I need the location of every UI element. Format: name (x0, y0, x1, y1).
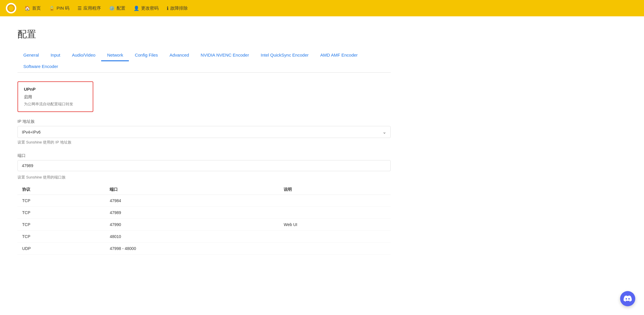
tab-network[interactable]: Network (101, 50, 129, 61)
port-section: 端口 设置 Sunshine 使用的端口族 协议 端口 说明 TCP 47984… (17, 153, 391, 255)
logo[interactable] (6, 3, 16, 13)
topbar: 🏠 首页 🔒 PIN 码 ☰ 应用程序 ⚙️ 配置 👤 更改密码 ℹ 故障排除 (0, 0, 644, 16)
tabs-row1: General Input Audio/Video Network Config… (17, 50, 391, 61)
nav-apps[interactable]: ☰ 应用程序 (78, 6, 101, 11)
info-icon: ℹ (167, 6, 169, 11)
col-port: 端口 (105, 185, 279, 195)
table-row: TCP 47984 (17, 195, 391, 207)
cell-port: 47990 (105, 219, 279, 231)
nav-pin[interactable]: 🔒 PIN 码 (49, 6, 69, 11)
ip-family-value: IPv4+IPv6 (22, 130, 382, 134)
chevron-down-icon: ⌄ (382, 129, 386, 135)
ip-family-label: IP 地址族 (17, 119, 391, 124)
upnp-value: 启用 (24, 94, 87, 100)
lock-icon: 🔒 (49, 6, 55, 11)
main-content: 配置 General Input Audio/Video Network Con… (0, 16, 408, 274)
nav-config-label: 配置 (117, 6, 125, 11)
tab-software-encoder[interactable]: Software Encoder (17, 61, 64, 73)
cell-desc: Web UI (279, 219, 391, 231)
tab-amd[interactable]: AMD AMF Encoder (314, 50, 363, 61)
nav-pin-label: PIN 码 (57, 6, 69, 11)
ip-family-desc: 设置 Sunshine 使用的 IP 地址族 (17, 140, 391, 145)
port-table: 协议 端口 说明 TCP 47984 TCP 47989 TCP 47990 W… (17, 185, 391, 255)
upnp-section: UPnP 启用 为公网串流自动配置端口转发 (17, 81, 93, 112)
menu-icon: ☰ (78, 6, 82, 11)
cell-protocol: UDP (17, 243, 105, 255)
port-input[interactable] (17, 160, 391, 171)
gear-icon: ⚙️ (109, 6, 115, 11)
tab-config-files[interactable]: Config Files (129, 50, 164, 61)
home-icon: 🏠 (24, 6, 30, 11)
cell-port: 47998 - 48000 (105, 243, 279, 255)
cell-desc (279, 207, 391, 219)
col-protocol: 协议 (17, 185, 105, 195)
nav-troubleshoot-label: 故障排除 (170, 6, 188, 11)
upnp-desc: 为公网串流自动配置端口转发 (24, 102, 87, 107)
nav-apps-label: 应用程序 (83, 6, 101, 11)
tab-intel[interactable]: Intel QuickSync Encoder (255, 50, 314, 61)
cell-protocol: TCP (17, 207, 105, 219)
ip-family-section: IP 地址族 IPv4+IPv6 ⌄ 设置 Sunshine 使用的 IP 地址… (17, 119, 391, 145)
col-desc: 说明 (279, 185, 391, 195)
cell-protocol: TCP (17, 231, 105, 243)
nav-home[interactable]: 🏠 首页 (24, 6, 41, 11)
cell-desc (279, 231, 391, 243)
table-row: TCP 47990 Web UI (17, 219, 391, 231)
cell-port: 48010 (105, 231, 279, 243)
ip-family-dropdown[interactable]: IPv4+IPv6 ⌄ (17, 126, 391, 138)
upnp-title: UPnP (24, 87, 87, 92)
table-row: TCP 47989 (17, 207, 391, 219)
port-desc: 设置 Sunshine 使用的端口族 (17, 175, 391, 180)
table-row: TCP 48010 (17, 231, 391, 243)
cell-port: 47989 (105, 207, 279, 219)
cell-desc (279, 195, 391, 207)
tab-general[interactable]: General (17, 50, 45, 61)
cell-port: 47984 (105, 195, 279, 207)
cell-protocol: TCP (17, 195, 105, 207)
nav-troubleshoot[interactable]: ℹ 故障排除 (167, 6, 188, 11)
cell-desc (279, 243, 391, 255)
table-row: UDP 47998 - 48000 (17, 243, 391, 255)
nav-password[interactable]: 👤 更改密码 (134, 6, 159, 11)
tab-advanced[interactable]: Advanced (164, 50, 195, 61)
nav-password-label: 更改密码 (141, 6, 159, 11)
person-icon: 👤 (134, 6, 139, 11)
page-title: 配置 (17, 28, 391, 41)
nav-home-label: 首页 (32, 6, 41, 11)
tab-audio-video[interactable]: Audio/Video (66, 50, 101, 61)
tabs-container: General Input Audio/Video Network Config… (17, 50, 391, 73)
cell-protocol: TCP (17, 219, 105, 231)
tab-input[interactable]: Input (45, 50, 66, 61)
port-label: 端口 (17, 153, 391, 158)
tab-nvidia[interactable]: NVIDIA NVENC Encoder (195, 50, 255, 61)
tabs-row2: Software Encoder (17, 61, 391, 72)
nav-config[interactable]: ⚙️ 配置 (109, 6, 125, 11)
